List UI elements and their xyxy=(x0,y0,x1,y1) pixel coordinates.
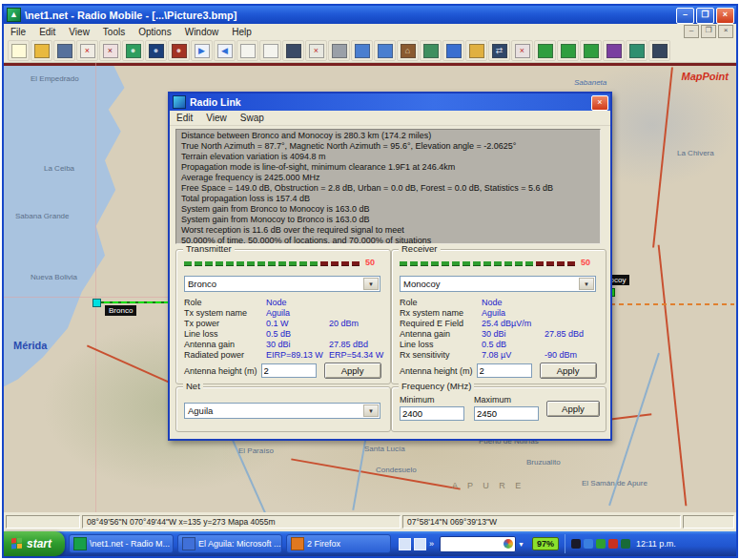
globe-green-icon[interactable]: ● xyxy=(122,40,144,61)
dialog-close-icon[interactable]: × xyxy=(591,95,608,111)
taskbar-task-button[interactable]: 2 Firefox xyxy=(286,534,391,553)
globe-red-icon[interactable]: ● xyxy=(168,40,190,61)
paste-icon[interactable] xyxy=(374,40,396,61)
road xyxy=(652,67,673,247)
quick-launch: » xyxy=(399,538,434,550)
save-icon[interactable] xyxy=(53,40,75,61)
tx-station-select[interactable]: Bronco ▼ xyxy=(184,276,380,292)
quick-launch-icon[interactable] xyxy=(414,538,426,550)
menu-item[interactable]: Edit xyxy=(32,27,62,37)
map-label: Condesuelo xyxy=(376,466,417,474)
report-icon[interactable] xyxy=(648,40,670,61)
coverage-icon[interactable] xyxy=(420,40,442,61)
frequency-max-input[interactable] xyxy=(474,406,539,421)
tx-apply-button[interactable]: Apply xyxy=(324,363,381,379)
net2-icon[interactable] xyxy=(557,40,579,61)
picture-1-icon[interactable] xyxy=(236,40,258,61)
rx-field-row: Role Node xyxy=(400,298,602,308)
tx-field-row: Role Node xyxy=(184,298,386,308)
play-back-icon[interactable]: ◀ xyxy=(214,40,236,61)
tray-red-icon[interactable] xyxy=(608,539,618,549)
menu-item[interactable]: Tools xyxy=(96,27,132,37)
delete-icon[interactable]: × xyxy=(99,40,121,61)
chevron-down-icon[interactable]: ▼ xyxy=(518,541,524,548)
menu-item[interactable]: Window xyxy=(178,27,226,37)
net-select[interactable]: Aguila ▼ xyxy=(184,403,380,419)
taskbar-task-button[interactable]: \net1.net - Radio M... xyxy=(69,534,174,553)
fullscreen-icon[interactable]: ⇄ xyxy=(488,40,510,61)
status-panel-empty xyxy=(6,515,80,529)
picture-2-icon[interactable] xyxy=(259,40,281,61)
window-icon[interactable] xyxy=(442,40,464,61)
dialog-menu-item[interactable]: View xyxy=(199,113,234,123)
open-icon[interactable] xyxy=(31,40,52,61)
rx-field-row: Required E Field 25.4 dBµV/m xyxy=(400,319,602,329)
quick-launch-icon[interactable] xyxy=(399,538,411,550)
map-label: Bruzualito xyxy=(526,458,561,467)
dialog-menu-item[interactable]: Edit xyxy=(170,113,199,123)
frequency-min-input[interactable] xyxy=(400,406,464,421)
dialog-title: Radio Link xyxy=(190,96,241,108)
map-label: La Chivera xyxy=(677,149,714,157)
menu-item[interactable]: Options xyxy=(132,27,177,37)
status-bar: 08°49'56"N 070°49'44"W x=135 y=273 Mapa … xyxy=(4,512,736,531)
tray-volume-icon[interactable] xyxy=(584,539,593,549)
taskbar-clock: 12:11 p.m. xyxy=(636,539,676,549)
task-app-icon xyxy=(73,537,87,550)
start-button[interactable]: start xyxy=(4,531,65,556)
net3-icon[interactable] xyxy=(580,40,602,61)
rx-signal-value: 50 xyxy=(581,258,590,267)
map-gridline xyxy=(95,63,96,512)
minimize-icon[interactable]: – xyxy=(676,8,694,24)
rx-antenna-height-input[interactable] xyxy=(477,363,532,378)
status-panel-right xyxy=(683,515,734,529)
tx-site-marker[interactable] xyxy=(92,299,101,307)
battery-badge[interactable]: 97% xyxy=(532,537,559,550)
taskbar-task-button[interactable]: El Aguila: Microsoft ... xyxy=(177,534,282,553)
net4-icon[interactable] xyxy=(603,40,625,61)
new-icon[interactable] xyxy=(8,40,30,61)
menu-item[interactable]: Help xyxy=(225,27,258,37)
tray-green-icon[interactable] xyxy=(596,539,606,549)
task-label: \net1.net - Radio M... xyxy=(90,539,170,549)
home-icon[interactable]: ⌂ xyxy=(397,40,419,61)
rx-field-row: Rx sensitivity 7.08 µV -90 dBm xyxy=(400,350,602,361)
picture-dark-icon[interactable] xyxy=(282,40,304,61)
rx-apply-button[interactable]: Apply xyxy=(540,363,597,379)
rx-field-row: Line loss 0.5 dB xyxy=(400,340,602,350)
play-forward-icon[interactable]: ▶ xyxy=(191,40,213,61)
chevron-right-icon[interactable]: » xyxy=(429,539,434,549)
mdi-restore-icon[interactable]: ❐ xyxy=(701,25,716,38)
close-icon[interactable]: × xyxy=(716,8,734,24)
globe-dark-icon[interactable]: ● xyxy=(145,40,167,61)
tray-network-icon[interactable] xyxy=(621,539,630,549)
tray-power-icon[interactable] xyxy=(571,539,581,549)
map-label: Mérida xyxy=(13,340,47,351)
link-summary-line: System gain from Bronco to Monocoy is 16… xyxy=(181,204,595,215)
mdi-close-icon[interactable]: × xyxy=(718,25,733,38)
dialog-titlebar[interactable]: Radio Link xyxy=(170,93,610,111)
picture-red-icon[interactable]: × xyxy=(305,40,327,61)
link-summary-line: System gain from Monocoy to Bronco is 16… xyxy=(181,215,595,225)
frequency-max-label: Maximum xyxy=(474,395,511,404)
chevron-down-icon[interactable]: ▼ xyxy=(579,278,594,290)
mdi-minimize-icon[interactable]: – xyxy=(684,25,699,38)
restore-icon[interactable]: ❐ xyxy=(696,8,714,24)
print-icon[interactable] xyxy=(328,40,350,61)
tx-antenna-height-input[interactable] xyxy=(261,363,317,378)
net1-icon[interactable] xyxy=(534,40,556,61)
desk-search-input[interactable] xyxy=(440,536,516,552)
close-view-icon[interactable]: × xyxy=(511,40,533,61)
unit-icon[interactable] xyxy=(465,40,487,61)
copy-icon[interactable] xyxy=(351,40,373,61)
rx-station-select[interactable]: Monocoy ▼ xyxy=(400,276,596,292)
menu-item[interactable]: View xyxy=(62,27,96,37)
cut-icon[interactable]: × xyxy=(76,40,98,61)
dialog-menu-item[interactable]: Swap xyxy=(234,113,271,123)
frequency-apply-button[interactable]: Apply xyxy=(546,401,600,417)
elevation-icon[interactable] xyxy=(626,40,648,61)
chevron-down-icon[interactable]: ▼ xyxy=(363,278,379,290)
tx-site-label: Bronco xyxy=(105,305,136,316)
menu-item[interactable]: File xyxy=(4,27,32,37)
chevron-down-icon[interactable]: ▼ xyxy=(363,404,379,417)
